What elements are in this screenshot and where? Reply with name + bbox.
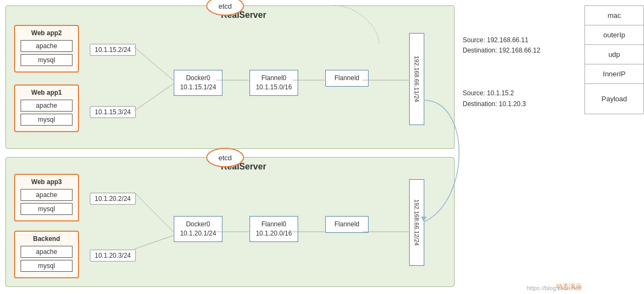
bottom-docker0: Docker0 10.1.20.1/24: [174, 216, 222, 242]
top-flannel0: Flannel0 10.1.15.0/16: [249, 70, 298, 96]
webapp1-mysql: mysql: [21, 114, 73, 126]
main-container: RealServer etcd Web app2 apache mysql We…: [0, 0, 644, 294]
top-vertical-ip: 192.168.66.11/24: [409, 33, 424, 125]
info-bottom: Source: 10.1.15.2 Destination: 10.1.20.3: [463, 88, 571, 109]
webapp3-apache: apache: [21, 189, 73, 201]
webapp3-box: Web app3 apache mysql: [14, 174, 79, 221]
bottom-flanneld: Flanneld: [325, 216, 369, 233]
right-panel: mac outerIp udp InnerIP Payload: [584, 5, 644, 114]
etcd-oval-bottom: etcd: [206, 148, 244, 167]
backend-box: Backend apache mysql: [14, 231, 79, 278]
top-docker0: Docker0 10.1.15.1/24: [174, 70, 222, 96]
webapp3-title: Web app3: [21, 178, 73, 186]
bottom-ip1: 10.1.20.2/24: [90, 193, 136, 205]
source-label-top: Source:: [463, 36, 487, 44]
info-area-top: Source: 192.168.66.11 Destination: 192.1…: [463, 35, 571, 117]
webapp1-container: Web app1 apache mysql: [14, 84, 79, 132]
panel-innerip: InnerIP: [585, 64, 643, 84]
bottom-vertical-ip: 192.168.66.12/24: [409, 179, 424, 266]
bottom-flannel0: Flannel0 10.1.20.0/16: [249, 216, 298, 242]
webapp2-mysql: mysql: [21, 54, 73, 66]
dest-value-bottom: 10.1.20.3: [499, 100, 526, 108]
source-value-top: 192.168.66.11: [487, 36, 529, 44]
info-top: Source: 192.168.66.11 Destination: 192.1…: [463, 35, 571, 56]
top-ip1: 10.1.15.2/24: [90, 44, 136, 56]
dest-label-top: Destination:: [463, 47, 499, 54]
source-label-bottom: Source:: [463, 89, 487, 97]
backend-apache: apache: [21, 246, 73, 258]
panel-mac: mac: [585, 6, 643, 25]
webapp3-mysql: mysql: [21, 203, 73, 215]
backend-title: Backend: [21, 235, 73, 243]
webapp1-title: Web app1: [21, 89, 73, 96]
top-flanneld: Flanneld: [325, 70, 369, 87]
top-ip2: 10.1.15.3/24: [90, 106, 136, 118]
server-block-top: RealServer etcd Web app2 apache mysql We…: [5, 5, 455, 149]
server-block-bottom: RealServer etcd Web app3 apache mysql Ba…: [5, 157, 455, 287]
backend-mysql: mysql: [21, 260, 73, 272]
webapp3-container: Web app3 apache mysql: [14, 174, 79, 221]
panel-outerip: outerIp: [585, 25, 643, 45]
webapp2-title: Web app2: [21, 29, 73, 37]
panel-payload: Payload: [585, 84, 643, 114]
panel-udp: udp: [585, 45, 643, 64]
webapp2-box: Web app2 apache mysql: [14, 25, 79, 73]
backend-container: Backend apache mysql: [14, 231, 79, 278]
webapp1-apache: apache: [21, 100, 73, 112]
webapp1-box: Web app1 apache mysql: [14, 84, 79, 132]
dest-label-bottom: Destination:: [463, 100, 499, 108]
webapp2-container: Web app2 apache mysql: [14, 25, 79, 73]
bottom-ip2: 10.1.20.3/24: [90, 250, 136, 262]
dynamic-demo: 动态演示: [556, 282, 582, 291]
source-value-bottom: 10.1.15.2: [487, 89, 514, 97]
webapp2-apache: apache: [21, 40, 73, 52]
dest-value-top: 192.168.66.12: [499, 47, 541, 54]
diagram-area: RealServer etcd Web app2 apache mysql We…: [0, 0, 584, 294]
